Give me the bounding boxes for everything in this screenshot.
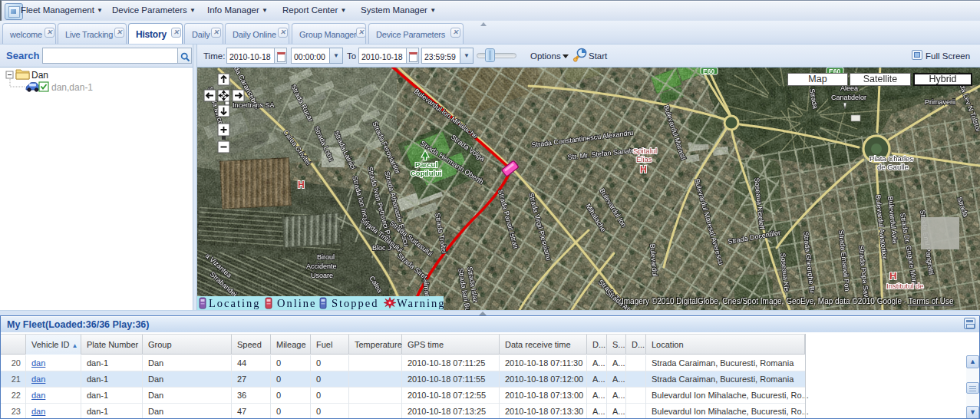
svg-text:E60: E60 (703, 68, 714, 75)
svg-text:Bloc J: Bloc J (372, 244, 391, 252)
svg-text:Incertrans SA: Incertrans SA (233, 101, 275, 109)
svg-text:H: H (640, 164, 647, 175)
svg-text:Parcul: Parcul (415, 160, 437, 169)
svg-text:dan,dan-1: dan,dan-1 (51, 82, 93, 93)
svg-text:Dan: Dan (31, 70, 48, 81)
svg-text:H: H (298, 180, 305, 190)
svg-text:Spitalul: Spitalul (633, 147, 657, 155)
svg-text:Primaverii: Primaverii (925, 98, 955, 106)
svg-text:H: H (889, 270, 896, 282)
svg-text:Canatidelor: Canatidelor (831, 94, 866, 101)
svg-text:Usoare: Usoare (311, 272, 333, 279)
svg-text:Accidente: Accidente (306, 262, 337, 270)
svg-text:Institutul de: Institutul de (886, 282, 924, 290)
svg-text:Piata Charles: Piata Charles (869, 154, 913, 163)
svg-text:Copilului: Copilului (411, 169, 442, 177)
svg-text:Biroul: Biroul (317, 253, 335, 261)
svg-text:de Gaulle: de Gaulle (877, 163, 909, 171)
svg-text:aiman: aiman (422, 279, 431, 298)
svg-text:Elias: Elias (636, 155, 652, 163)
